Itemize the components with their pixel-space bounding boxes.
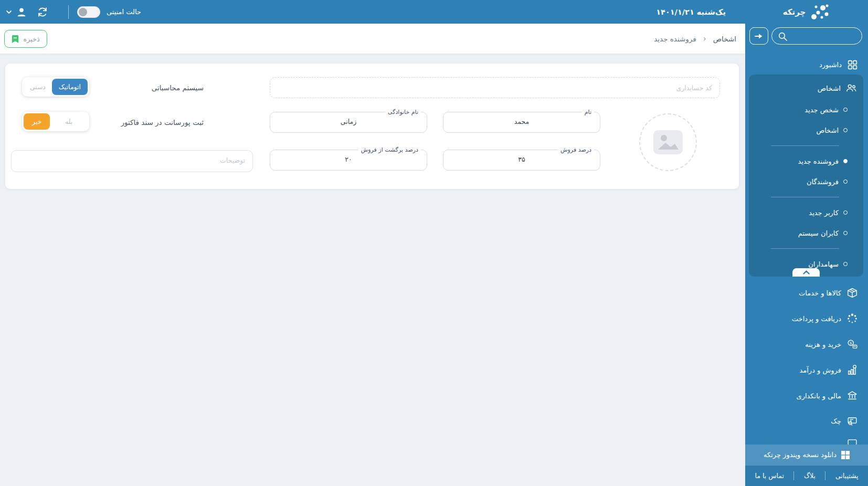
package-icon [846,287,858,299]
sales-percent-field: درصد فروش [443,146,600,171]
item-label: خرید و هزینه [805,341,841,348]
app-screen: حالت امنیتی یک‌شنبه ۱۴۰۱/۱/۲۱ ذخیره اشخا… [0,0,868,486]
top-header: حالت امنیتی یک‌شنبه ۱۴۰۱/۱/۲۱ [0,0,745,24]
seller-form-card: سیستم محاسباتی دستی اتوماتیک نام نام خان… [5,64,739,189]
group-collapse-button[interactable] [792,268,820,277]
sidebar-item-sellers[interactable]: فروشندگان [749,176,863,187]
security-mode-toggle[interactable] [77,6,100,18]
download-label: دانلود نسخه ویندوز چرتکه [764,451,837,459]
clipped-menu-icon [846,439,858,445]
item-label: کالاها و خدمات [799,289,841,297]
page-toolbar: ذخیره اشخاص ‹ فروشنده جدید [0,24,745,54]
breadcrumb-current: فروشنده جدید [654,35,696,43]
svg-text:$: $ [850,341,852,345]
people-group-panel: اشخاص شخص جدید اشخاص فروشنده جدید فروشند… [749,75,863,277]
commission-toggle: خیر بله [22,112,89,131]
sidebar-item-new-user[interactable]: کاربر جدید [749,207,863,218]
sidebar-item-dashboard[interactable]: داشبورد [745,58,868,71]
current-date: یک‌شنبه ۱۴۰۱/۱/۲۱ [656,0,726,24]
first-name-field: نام [443,109,600,133]
sidebar-collapse-button[interactable] [749,27,768,45]
dashboard-grid-icon [847,59,858,70]
last-name-input[interactable] [270,115,427,127]
first-name-input[interactable] [443,115,600,127]
sidebar-item-label: داشبورد [819,61,842,69]
people-group-items: شخص جدید اشخاص فروشنده جدید فروشندگان کا… [749,104,863,269]
breadcrumb-separator: ‹ [703,34,706,44]
image-placeholder-icon [653,130,683,155]
item-label: سهامداران [808,260,839,268]
sidebar-item-shareholders[interactable]: سهامداران [749,259,863,269]
sidebar-item-sales-income[interactable]: فروش و درآمد [745,363,868,377]
item-label: کاربر جدید [809,209,839,217]
windows-icon [841,451,850,459]
arrow-right-icon [754,33,764,40]
people-group-label: اشخاص [818,84,841,92]
footer-separator [793,471,794,480]
cheque-icon [846,415,858,427]
menu-divider [771,197,839,197]
notes-field-wrap [11,150,253,172]
user-account-icon[interactable] [16,6,27,18]
sidebar-item-purchase-expense[interactable]: $ خرید و هزینه [745,337,868,351]
sidebar-item-cheque[interactable]: چک [745,414,868,428]
header-controls: حالت امنیتی [5,0,141,24]
app-logo-text: چرتکه [783,7,806,17]
windows-download-button[interactable]: دانلود نسخه ویندوز چرتکه [745,445,868,465]
footer-link-contact[interactable]: تماس با ما [755,472,785,480]
sidebar-item-system-users[interactable]: کابران سیستم [749,228,863,238]
sidebar-item-people-group[interactable]: اشخاص [749,75,863,93]
bullet-icon [843,262,848,266]
sidebar-item-finance-banking[interactable]: مالی و بانکداری [745,389,868,403]
item-label: فروش و درآمد [799,366,841,374]
sidebar-item-clipped[interactable] [745,439,868,445]
save-button[interactable]: ذخیره [4,30,47,48]
search-icon [778,31,788,41]
sidebar-item-new-seller[interactable]: فروشنده جدید [749,156,863,166]
sales-return-percent-input[interactable] [270,153,427,165]
sales-percent-input[interactable] [443,153,600,165]
bullet-icon [843,231,848,235]
sidebar-item-people[interactable]: اشخاص [749,125,863,135]
sales-percent-label: درصد فروش [558,146,594,153]
sidebar-footer: پشتیبانی بلاگ تماس با ما [745,465,868,486]
calc-manual-option[interactable]: دستی [24,79,52,95]
calc-auto-option[interactable]: اتوماتیک [52,79,88,95]
sidebar-item-new-person[interactable]: شخص جدید [749,104,863,115]
accounting-code-field-wrap [270,77,720,98]
refresh-icon[interactable] [37,6,48,18]
people-icon [845,83,857,93]
bookmark-save-icon [12,35,19,44]
sidebar-item-goods-services[interactable]: کالاها و خدمات [745,286,868,300]
sales-return-percent-label: درصد برگشت از فروش [358,146,421,153]
breadcrumb-parent[interactable]: اشخاص [713,35,736,43]
app-logo[interactable]: چرتکه [745,0,868,24]
toggle-knob [79,8,87,16]
commission-no-option[interactable]: خیر [24,113,50,130]
bullet-icon [843,179,848,184]
notes-textarea[interactable] [12,151,252,172]
item-label: فروشنده جدید [798,157,839,165]
save-button-label: ذخیره [23,35,40,43]
purchase-icon: $ [846,339,858,350]
sidebar-item-receive-pay[interactable]: دریافت و پرداخت [745,312,868,325]
footer-link-blog[interactable]: بلاگ [804,472,816,480]
calc-system-toggle: دستی اتوماتیک [22,77,89,97]
item-label: دریافت و پرداخت [792,315,841,323]
accounting-code-input[interactable] [270,78,719,98]
chevron-up-icon [803,270,810,274]
header-divider [68,5,69,19]
bullet-icon [843,128,848,132]
commission-yes-option[interactable]: بله [50,113,88,130]
sidebar: چرتکه داشبورد اشخاص ش [745,0,868,486]
footer-link-support[interactable]: پشتیبانی [835,472,859,480]
sidebar-search [771,27,862,45]
chevron-down-icon[interactable] [5,9,13,15]
chortke-logo-icon [809,3,830,21]
item-label: فروشندگان [807,178,839,186]
security-mode-label: حالت امنیتی [107,8,141,16]
first-name-label: نام [582,109,594,115]
sales-return-percent-field: درصد برگشت از فروش [270,146,427,171]
bank-icon [846,390,858,402]
avatar-upload[interactable] [639,113,697,171]
